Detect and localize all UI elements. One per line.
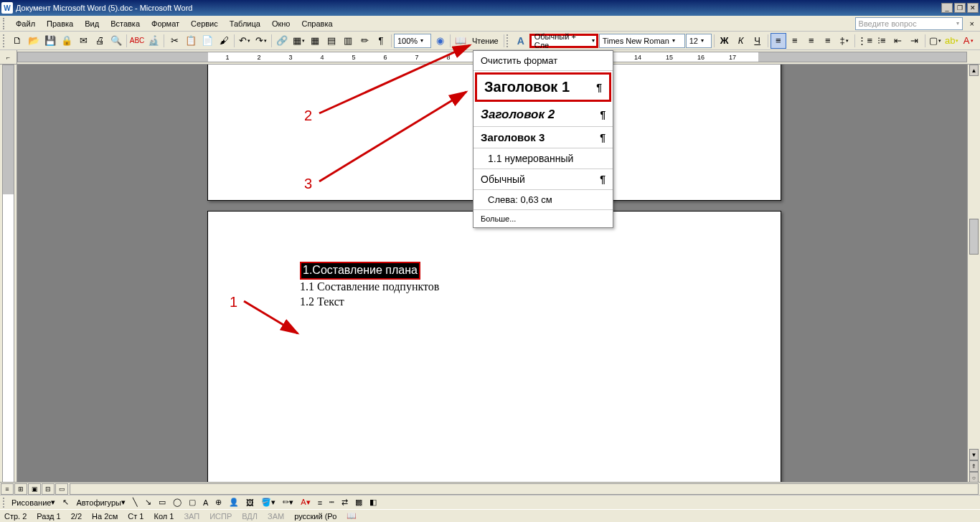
doc-line-3[interactable]: 1.2 Текст [300,295,689,310]
scroll-thumb[interactable] [969,219,979,255]
decrease-indent-icon[interactable]: ⇤ [890,33,906,49]
menu-help[interactable]: Справка [296,18,338,29]
bullets-icon[interactable]: ⁝≡ [874,33,890,49]
align-center-icon[interactable]: ≡ [787,33,803,49]
drawing-menu[interactable]: Рисование ▾ [9,496,58,508]
increase-indent-icon[interactable]: ⇥ [907,33,923,49]
drawing-icon[interactable]: ✏ [357,33,372,49]
help-icon[interactable]: ◉ [432,33,448,49]
borders-icon[interactable]: ▢▾ [928,33,943,49]
scroll-up-icon[interactable]: ▲ [969,65,979,76]
menu-tools[interactable]: Сервис [185,18,224,29]
insert-table-icon[interactable]: ▦ [307,33,323,49]
align-right-icon[interactable]: ≡ [804,33,819,49]
new-doc-icon[interactable]: 🗋 [9,33,25,49]
style-normal[interactable]: Обычный¶ [473,169,613,190]
menu-view[interactable]: Вид [79,18,105,29]
toolbar-grip[interactable] [507,34,511,47]
permission-icon[interactable]: 🔒 [59,33,75,49]
doc-line-2[interactable]: 1.1 Составление подпунктов [300,280,689,295]
outline-view-icon[interactable]: ⊟ [42,483,55,495]
font-dropdown[interactable]: Times New Roman▾ [599,34,685,48]
toolbar-grip[interactable] [3,18,7,29]
diagram-icon[interactable]: ⊕ [212,496,225,508]
line-icon[interactable]: ╲ [130,496,141,508]
menu-edit[interactable]: Правка [41,18,79,29]
align-justify-icon[interactable]: ≡ [820,33,836,49]
open-icon[interactable]: 📂 [26,33,42,49]
font-color-draw-icon[interactable]: A▾ [298,496,313,508]
horizontal-scrollbar[interactable] [70,483,979,495]
web-view-icon[interactable]: ⊞ [14,483,27,495]
style-heading-2[interactable]: Заголовок 2¶ [473,103,613,127]
picture-icon[interactable]: 🖼 [243,497,257,508]
textbox-icon[interactable]: ▢ [186,496,199,508]
excel-icon[interactable]: ▤ [324,33,339,49]
menu-window[interactable]: Окно [266,18,296,29]
help-question-input[interactable]: Введите вопрос▾ [855,17,963,30]
save-icon[interactable]: 💾 [42,33,58,49]
font-size-dropdown[interactable]: 12▾ [686,34,712,48]
hyperlink-icon[interactable]: 🔗 [274,33,290,49]
prev-page-icon[interactable]: ⇑ [969,460,979,472]
font-color-icon[interactable]: A▾ [961,33,976,49]
scroll-down-icon[interactable]: ▼ [969,449,979,460]
underline-button[interactable]: Ч [750,33,765,49]
read-icon[interactable]: 📖 [453,33,468,49]
style-more[interactable]: Больше... [473,210,613,227]
arrow-style-icon[interactable]: ⇄ [339,496,351,508]
style-numbered[interactable]: 1.1 нумерованный [473,148,613,169]
menu-insert[interactable]: Вставка [105,18,146,29]
minimize-button[interactable]: _ [941,3,953,13]
menu-file[interactable]: Файл [10,18,41,29]
email-icon[interactable]: ✉ [75,33,91,49]
vertical-scrollbar[interactable]: ▲ ▼ ⇑ ○ ⇓ [967,65,980,495]
status-spellcheck-icon[interactable]: 📖 [347,511,357,521]
numbering-icon[interactable]: ⋮≡ [857,33,873,49]
style-clear-format[interactable]: Очистить формат [473,51,613,71]
style-indent[interactable]: Слева: 0,63 см [473,190,613,210]
style-dropdown[interactable]: Обычный + Сле▾ [529,34,598,48]
print-icon[interactable]: 🖨 [92,33,108,49]
print-view-icon[interactable]: ▣ [28,483,41,495]
cut-icon[interactable]: ✂ [166,33,182,49]
research-icon[interactable]: 🔬 [146,33,161,49]
print-preview-icon[interactable]: 🔍 [108,33,124,49]
clipart-icon[interactable]: 👤 [226,496,242,508]
line-spacing-icon[interactable]: ‡▾ [837,33,852,49]
menu-table[interactable]: Таблица [224,18,266,29]
bold-button[interactable]: Ж [717,33,732,49]
select-objects-icon[interactable]: ↖ [60,496,72,508]
toolbar-grip[interactable] [3,34,7,47]
menu-format[interactable]: Формат [146,18,185,29]
undo-icon[interactable]: ↶▾ [237,33,253,49]
columns-icon[interactable]: ▥ [340,33,356,49]
selected-heading-text[interactable]: 1.Составление плана [300,262,420,280]
page-2[interactable]: 1.Составление плана 1.1 Составление подп… [207,211,781,495]
style-heading-3[interactable]: Заголовок 3¶ [473,127,613,148]
restore-button[interactable]: ❐ [954,3,966,13]
shadow-icon[interactable]: ▩ [352,496,365,508]
style-heading-1[interactable]: Заголовок 1¶ [475,72,611,102]
dash-style-icon[interactable]: ┉ [326,496,337,508]
highlight-icon[interactable]: ab▾ [944,33,960,49]
reading-label[interactable]: Чтение [469,37,501,45]
align-left-icon[interactable]: ≡ [771,33,786,49]
close-button[interactable]: ✕ [967,3,979,13]
doc-close-button[interactable]: × [967,19,977,28]
oval-icon[interactable]: ◯ [170,496,184,508]
line-style-icon[interactable]: ≡ [315,497,325,508]
autoshapes-menu[interactable]: Автофигуры ▾ [73,496,128,508]
redo-icon[interactable]: ↷▾ [253,33,269,49]
doc-map-icon[interactable]: ¶ [373,33,389,49]
reading-view-icon[interactable]: ▭ [55,483,68,495]
vertical-ruler[interactable] [0,65,17,495]
zoom-dropdown[interactable]: 100%▾ [394,34,431,48]
wordart-icon[interactable]: A [200,497,211,508]
toolbar-grip[interactable] [3,498,7,508]
fill-color-icon[interactable]: 🪣▾ [258,496,278,508]
tables-borders-icon[interactable]: ▦▾ [291,33,306,49]
normal-view-icon[interactable]: ≡ [1,483,14,495]
italic-button[interactable]: К [733,33,749,49]
copy-icon[interactable]: 📋 [183,33,199,49]
